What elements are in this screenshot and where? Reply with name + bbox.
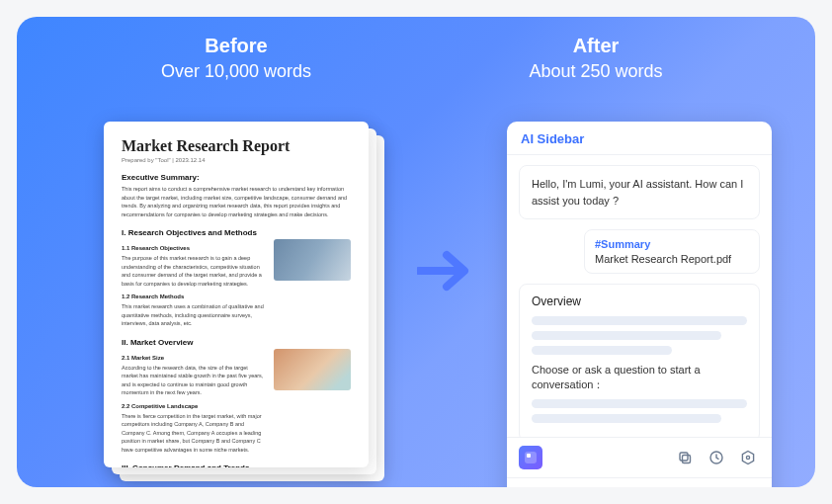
doc-meta: Prepared by "Tool" | 2023.12.14 [122,157,351,163]
section-2-2-sub: 2.2 Competitive Landscape [122,403,264,409]
before-subtitle: Over 10,000 words [78,61,394,82]
section-2-heading: II. Market Overview [122,338,351,347]
doc-title: Market Research Report [122,137,351,155]
section-1-1-sub: 1.1 Research Objectives [122,245,264,251]
summary-tag: #Summary [595,238,749,250]
overview-card: Overview Choose or ask a question to sta… [519,284,760,437]
overview-skeleton-line [532,399,747,408]
svg-rect-1 [527,454,531,458]
svg-point-6 [746,456,749,459]
overview-skeleton-line [532,316,747,325]
section-1-2-body: This market research uses a combination … [122,302,264,328]
overview-label: Overview [532,294,747,308]
svg-rect-0 [525,452,537,463]
assistant-greeting: Hello, I'm Lumi, your AI assistant. How … [519,165,760,219]
exec-summary-heading: Executive Summary: [122,173,351,182]
svg-rect-2 [680,453,688,461]
ai-sidebar-body: Hello, I'm Lumi, your AI assistant. How … [507,155,772,437]
svg-rect-3 [683,456,691,463]
overview-skeleton-line [532,346,672,355]
history-button[interactable] [705,446,728,469]
overview-skeleton-line [532,414,721,423]
comparison-stage: Before Over 10,000 words After About 250… [17,17,815,487]
after-subtitle: About 250 words [438,61,754,82]
sparkle-icon [524,451,538,464]
after-title: After [438,35,754,57]
ai-input-row [507,477,772,487]
section-2-1-sub: 2.1 Market Size [122,355,264,361]
svg-marker-5 [742,452,753,464]
copy-icon [677,450,693,465]
conversation-prompt: Choose or ask a question to start a conv… [532,363,747,393]
exec-summary-body: This report aims to conduct a comprehens… [122,185,351,218]
section-1-2-sub: 1.2 Research Methods [122,294,264,299]
section-1-heading: I. Research Objectives and Methods [122,228,351,237]
doc-image-laptop [274,349,351,390]
summary-filename: Market Research Report.pdf [595,253,749,265]
clock-icon [708,450,724,465]
copy-button[interactable] [673,446,697,469]
ai-sidebar-panel: AI Sidebar Hello, I'm Lumi, your AI assi… [507,122,772,487]
before-document-stack: Market Research Report Prepared by "Tool… [104,122,369,467]
gear-icon [740,450,756,465]
before-column-header: Before Over 10,000 words [78,35,394,82]
ai-sidebar-title: AI Sidebar [507,122,772,155]
summary-attachment-card[interactable]: #Summary Market Research Report.pdf [584,229,760,274]
before-title: Before [78,35,394,57]
after-column-header: After About 250 words [438,35,754,82]
ai-apps-button[interactable] [519,446,542,469]
section-3-heading: III. Consumer Demand and Trends [122,463,351,467]
doc-front-page: Market Research Report Prepared by "Tool… [104,122,369,467]
settings-button[interactable] [736,446,760,469]
section-1-1-body: The purpose of this market research is t… [122,254,264,288]
overview-skeleton-line [532,331,721,340]
section-2-1-body: According to the research data, the size… [122,364,264,397]
ai-action-row [507,437,772,477]
doc-image-office [274,239,351,281]
arrow-icon [417,249,476,293]
section-2-2-body: There is fierce competition in the targe… [122,412,264,455]
